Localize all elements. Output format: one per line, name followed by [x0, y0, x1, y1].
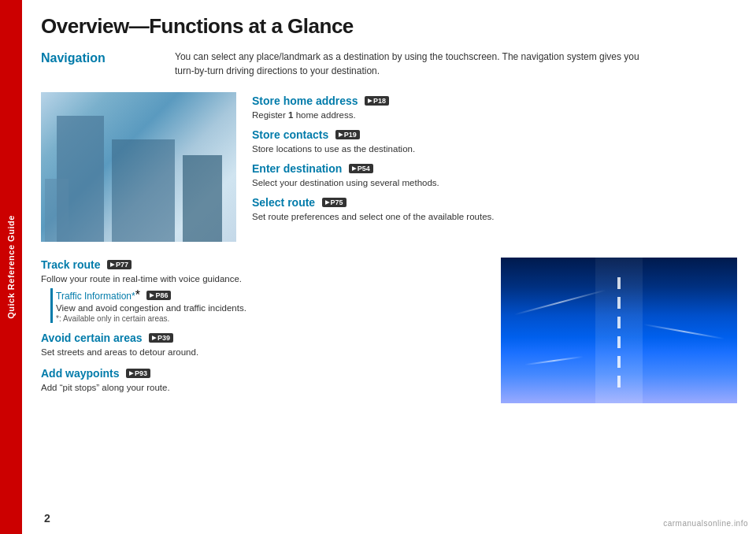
road-streak-1 — [514, 289, 606, 315]
feature-track-route-badge: P77 — [107, 260, 132, 269]
navigation-label: Navigation — [41, 50, 175, 78]
feature-add-waypoints-badge: P93 — [126, 369, 150, 378]
feature-track-route: Track route P77 Follow your route in rea… — [41, 258, 485, 323]
feature-store-contacts-title: Store contacts — [252, 128, 328, 141]
road-streak-3 — [524, 355, 584, 365]
feature-store-home-title: Store home address — [252, 95, 358, 107]
building-decoration-1 — [183, 155, 222, 242]
sub-feature-traffic-badge: P86 — [146, 291, 171, 300]
upper-features-list: Store home address P18 Register 1 home a… — [252, 92, 737, 242]
sidebar-label: Quick Reference Guide — [6, 215, 16, 319]
feature-store-home: Store home address P18 Register 1 home a… — [252, 94, 737, 121]
feature-store-contacts: Store contacts P19 Store locations to us… — [252, 128, 737, 155]
sidebar: Quick Reference Guide — [0, 0, 22, 534]
watermark: carmanualsonline.info — [663, 519, 748, 528]
feature-enter-destination-title: Enter destination — [252, 162, 342, 175]
sub-feature-traffic-title: Traffic Information* — [56, 291, 135, 302]
sub-feature-traffic: Traffic Information** P86 View and avoid… — [50, 288, 485, 323]
feature-enter-destination-badge: P54 — [349, 164, 373, 173]
feature-avoid-areas-title: Avoid certain areas — [41, 332, 143, 344]
lower-row: Track route P77 Follow your route in rea… — [41, 258, 737, 403]
feature-select-route-badge: P75 — [322, 198, 346, 207]
feature-store-home-badge: P18 — [365, 96, 389, 106]
main-content: Overview—Functions at a Glance Navigatio… — [22, 0, 756, 534]
feature-store-contacts-desc: Store locations to use as the destinatio… — [252, 143, 737, 155]
upper-row: Store home address P18 Register 1 home a… — [41, 92, 737, 242]
feature-select-route-desc: Set route preferences and select one of … — [252, 210, 737, 223]
page-title: Overview—Functions at a Glance — [41, 14, 737, 39]
feature-store-contacts-badge: P19 — [335, 130, 360, 139]
feature-select-route: Select route P75 Set route preferences a… — [252, 195, 737, 223]
feature-avoid-areas-desc: Set streets and areas to detour around. — [41, 346, 485, 358]
feature-add-waypoints: Add waypoints P93 Add “pit stops” along … — [41, 366, 485, 394]
feature-avoid-areas: Avoid certain areas P39 Set streets and … — [41, 331, 485, 358]
building-image — [41, 92, 236, 242]
feature-enter-destination: Enter destination P54 Select your destin… — [252, 161, 737, 189]
navigation-description: You can select any place/landmark as a d… — [175, 50, 737, 78]
road-image — [501, 258, 737, 403]
road-streak-2 — [643, 323, 725, 339]
building-decoration-2 — [45, 179, 69, 242]
feature-add-waypoints-desc: Add “pit stops” along your route. — [41, 381, 485, 394]
feature-avoid-areas-badge: P39 — [149, 333, 173, 343]
sub-feature-traffic-note: *: Available only in certain areas. — [56, 314, 485, 323]
feature-store-home-desc: Register 1 home address. — [252, 109, 737, 121]
feature-track-route-desc: Follow your route in real-time with voic… — [41, 273, 485, 285]
navigation-section: Navigation You can select any place/land… — [41, 50, 737, 78]
page-number: 2 — [44, 512, 50, 525]
lower-features-list: Track route P77 Follow your route in rea… — [41, 258, 485, 403]
feature-select-route-title: Select route — [252, 196, 315, 209]
feature-enter-destination-desc: Select your destination using several me… — [252, 176, 737, 189]
sub-feature-traffic-desc: View and avoid congestion and traffic in… — [56, 303, 485, 313]
feature-track-route-title: Track route — [41, 258, 100, 271]
feature-add-waypoints-title: Add waypoints — [41, 367, 120, 380]
